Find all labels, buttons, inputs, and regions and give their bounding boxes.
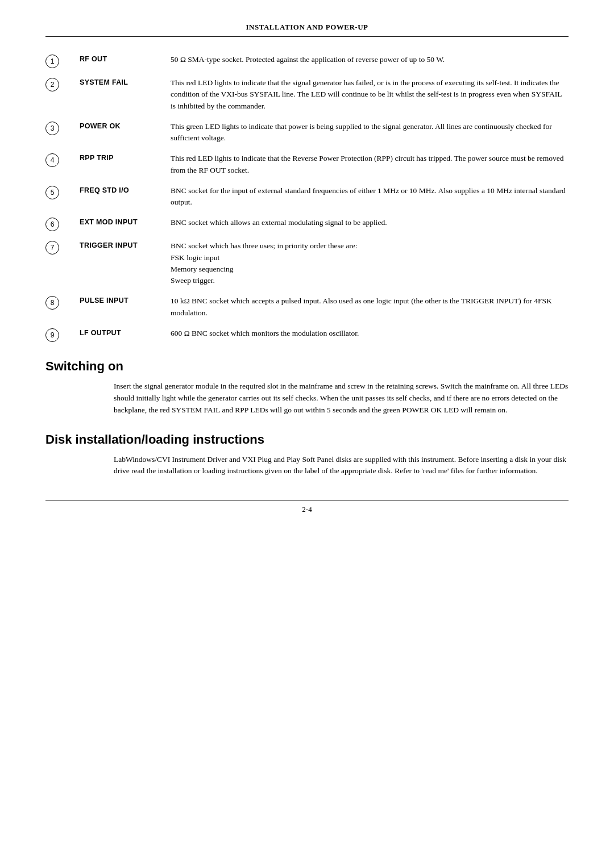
- table-row: 6EXT MOD INPUTBNC socket which allows an…: [45, 217, 569, 231]
- item-desc-1: This red LED lights to indicate that the…: [171, 77, 569, 112]
- item-desc-0: 50 Ω SMA-type socket. Protected against …: [171, 54, 569, 65]
- item-number-8: 8: [45, 296, 59, 310]
- item-number-7: 7: [45, 241, 59, 254]
- item-desc-8: 600 Ω BNC socket which monitors the modu…: [171, 328, 569, 339]
- table-row: 2SYSTEM FAILThis red LED lights to indic…: [45, 77, 569, 112]
- item-label-8: LF OUTPUT: [80, 328, 171, 337]
- item-number-1: 1: [45, 55, 59, 68]
- item-desc-4: BNC socket for the input of external sta…: [171, 185, 569, 208]
- item-label-3: RPP TRIP: [80, 153, 171, 162]
- item-label-6: TRIGGER INPUT: [80, 240, 171, 249]
- item-desc-6: BNC socket which has three uses; in prio…: [171, 240, 569, 286]
- table-row: 1RF OUT50 Ω SMA-type socket. Protected a…: [45, 54, 569, 68]
- section-heading-1: Disk installation/loading instructions: [45, 432, 569, 447]
- item-label-7: PULSE INPUT: [80, 295, 171, 304]
- item-label-4: FREQ STD I/O: [80, 185, 171, 194]
- page-footer: 2-4: [45, 500, 569, 514]
- item-number-9: 9: [45, 328, 59, 342]
- table-row: 4RPP TRIPThis red LED lights to indicate…: [45, 153, 569, 176]
- item-desc-2: This green LED lights to indicate that p…: [171, 121, 569, 144]
- item-number-3: 3: [45, 122, 59, 135]
- table-row: 3POWER OKThis green LED lights to indica…: [45, 121, 569, 144]
- page-header: INSTALLATION AND POWER-UP: [45, 23, 569, 37]
- item-number-6: 6: [45, 218, 59, 231]
- item-number-5: 5: [45, 186, 59, 199]
- item-label-5: EXT MOD INPUT: [80, 217, 171, 226]
- item-label-2: POWER OK: [80, 121, 171, 130]
- table-row: 9LF OUTPUT600 Ω BNC socket which monitor…: [45, 328, 569, 342]
- item-label-0: RF OUT: [80, 54, 171, 63]
- section-body-0: Insert the signal generator module in th…: [45, 381, 569, 416]
- item-desc-5: BNC socket which allows an external modu…: [171, 217, 569, 228]
- items-table: 1RF OUT50 Ω SMA-type socket. Protected a…: [45, 54, 569, 342]
- item-number-2: 2: [45, 78, 59, 91]
- item-desc-7: 10 kΩ BNC socket which accepts a pulsed …: [171, 295, 569, 319]
- table-row: 5FREQ STD I/OBNC socket for the input of…: [45, 185, 569, 208]
- table-row: 7TRIGGER INPUTBNC socket which has three…: [45, 240, 569, 286]
- section-body-1: LabWindows/CVI Instrument Driver and VXI…: [45, 454, 569, 478]
- table-row: 8PULSE INPUT10 kΩ BNC socket which accep…: [45, 295, 569, 319]
- section-heading-0: Switching on: [45, 359, 569, 374]
- item-desc-3: This red LED lights to indicate that the…: [171, 153, 569, 176]
- item-number-4: 4: [45, 153, 59, 167]
- item-label-1: SYSTEM FAIL: [80, 77, 171, 86]
